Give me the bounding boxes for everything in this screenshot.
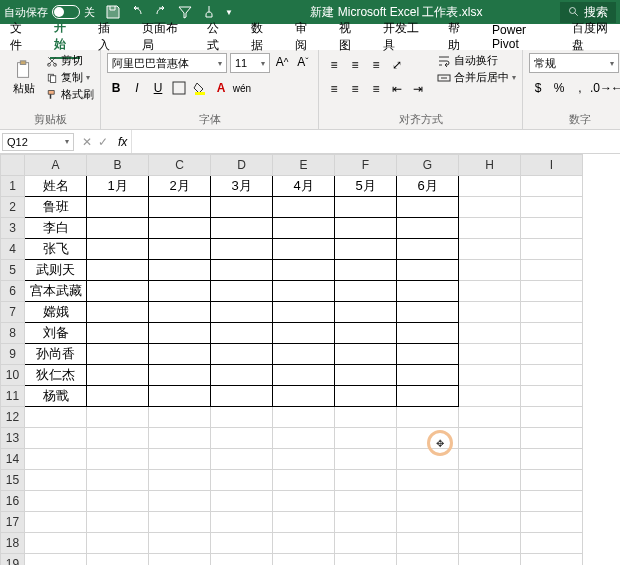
cell-G19[interactable]: [397, 554, 459, 566]
row-header-5[interactable]: 5: [1, 260, 25, 281]
cell-C15[interactable]: [149, 470, 211, 491]
cell-F18[interactable]: [335, 533, 397, 554]
orientation-icon[interactable]: ⤢: [388, 56, 406, 74]
cell-G9[interactable]: [397, 344, 459, 365]
cell-B10[interactable]: [87, 365, 149, 386]
cell-A7[interactable]: 嫦娥: [25, 302, 87, 323]
cell-E5[interactable]: [273, 260, 335, 281]
cell-B13[interactable]: [87, 428, 149, 449]
cell-G1[interactable]: 6月: [397, 176, 459, 197]
cell-F11[interactable]: [335, 386, 397, 407]
col-header-D[interactable]: D: [211, 155, 273, 176]
italic-button[interactable]: I: [128, 79, 146, 97]
cell-E9[interactable]: [273, 344, 335, 365]
increase-decimal-icon[interactable]: .0→: [592, 79, 610, 97]
col-header-C[interactable]: C: [149, 155, 211, 176]
comma-format-icon[interactable]: ,: [571, 79, 589, 97]
cell-B2[interactable]: [87, 197, 149, 218]
cell-H18[interactable]: [459, 533, 521, 554]
cell-E10[interactable]: [273, 365, 335, 386]
cell-E15[interactable]: [273, 470, 335, 491]
cell-A8[interactable]: 刘备: [25, 323, 87, 344]
font-color-button[interactable]: A: [212, 79, 230, 97]
cell-F6[interactable]: [335, 281, 397, 302]
cell-D5[interactable]: [211, 260, 273, 281]
cell-F4[interactable]: [335, 239, 397, 260]
cell-C17[interactable]: [149, 512, 211, 533]
cell-F5[interactable]: [335, 260, 397, 281]
cell-E13[interactable]: [273, 428, 335, 449]
cell-A17[interactable]: [25, 512, 87, 533]
cell-C12[interactable]: [149, 407, 211, 428]
row-header-12[interactable]: 12: [1, 407, 25, 428]
cell-F2[interactable]: [335, 197, 397, 218]
row-header-18[interactable]: 18: [1, 533, 25, 554]
increase-font-icon[interactable]: A^: [273, 53, 291, 71]
cell-H11[interactable]: [459, 386, 521, 407]
cell-E6[interactable]: [273, 281, 335, 302]
cell-I16[interactable]: [521, 491, 583, 512]
cell-E11[interactable]: [273, 386, 335, 407]
cell-E3[interactable]: [273, 218, 335, 239]
cell-D18[interactable]: [211, 533, 273, 554]
copy-button[interactable]: 复制▾: [46, 70, 94, 85]
align-top-icon[interactable]: ≡: [325, 56, 343, 74]
cell-A18[interactable]: [25, 533, 87, 554]
cell-C1[interactable]: 2月: [149, 176, 211, 197]
cell-G8[interactable]: [397, 323, 459, 344]
cell-G6[interactable]: [397, 281, 459, 302]
cell-G17[interactable]: [397, 512, 459, 533]
col-header-B[interactable]: B: [87, 155, 149, 176]
cell-F17[interactable]: [335, 512, 397, 533]
cell-A6[interactable]: 宫本武藏: [25, 281, 87, 302]
cell-E18[interactable]: [273, 533, 335, 554]
cell-B12[interactable]: [87, 407, 149, 428]
cell-C10[interactable]: [149, 365, 211, 386]
cell-G15[interactable]: [397, 470, 459, 491]
align-right-icon[interactable]: ≡: [367, 80, 385, 98]
cell-F12[interactable]: [335, 407, 397, 428]
cell-F3[interactable]: [335, 218, 397, 239]
col-header-A[interactable]: A: [25, 155, 87, 176]
font-size-combo[interactable]: 11▾: [230, 53, 270, 73]
cell-I10[interactable]: [521, 365, 583, 386]
col-header-H[interactable]: H: [459, 155, 521, 176]
cell-A13[interactable]: [25, 428, 87, 449]
cell-E17[interactable]: [273, 512, 335, 533]
cell-E1[interactable]: 4月: [273, 176, 335, 197]
cell-H17[interactable]: [459, 512, 521, 533]
wrap-text-button[interactable]: 自动换行: [437, 53, 516, 68]
cell-I18[interactable]: [521, 533, 583, 554]
cell-I12[interactable]: [521, 407, 583, 428]
col-header-G[interactable]: G: [397, 155, 459, 176]
cell-F15[interactable]: [335, 470, 397, 491]
cut-button[interactable]: 剪切: [46, 53, 94, 68]
bold-button[interactable]: B: [107, 79, 125, 97]
cell-A5[interactable]: 武则天: [25, 260, 87, 281]
cell-A10[interactable]: 狄仁杰: [25, 365, 87, 386]
cell-D2[interactable]: [211, 197, 273, 218]
formula-input[interactable]: [131, 130, 620, 153]
cell-H12[interactable]: [459, 407, 521, 428]
border-button[interactable]: [170, 79, 188, 97]
cell-H13[interactable]: [459, 428, 521, 449]
cell-C16[interactable]: [149, 491, 211, 512]
cell-I3[interactable]: [521, 218, 583, 239]
cell-C5[interactable]: [149, 260, 211, 281]
percent-format-icon[interactable]: %: [550, 79, 568, 97]
cell-E8[interactable]: [273, 323, 335, 344]
indent-increase-icon[interactable]: ⇥: [409, 80, 427, 98]
worksheet-grid[interactable]: ABCDEFGHI1姓名1月2月3月4月5月6月2鲁班3李白4张飞5武则天6宫本…: [0, 154, 620, 565]
cell-G12[interactable]: [397, 407, 459, 428]
cell-B19[interactable]: [87, 554, 149, 566]
cell-F10[interactable]: [335, 365, 397, 386]
format-painter-button[interactable]: 格式刷: [46, 87, 94, 102]
cell-F1[interactable]: 5月: [335, 176, 397, 197]
cell-B17[interactable]: [87, 512, 149, 533]
cell-D16[interactable]: [211, 491, 273, 512]
row-header-7[interactable]: 7: [1, 302, 25, 323]
cell-F19[interactable]: [335, 554, 397, 566]
cell-E12[interactable]: [273, 407, 335, 428]
cell-H3[interactable]: [459, 218, 521, 239]
cell-I14[interactable]: [521, 449, 583, 470]
